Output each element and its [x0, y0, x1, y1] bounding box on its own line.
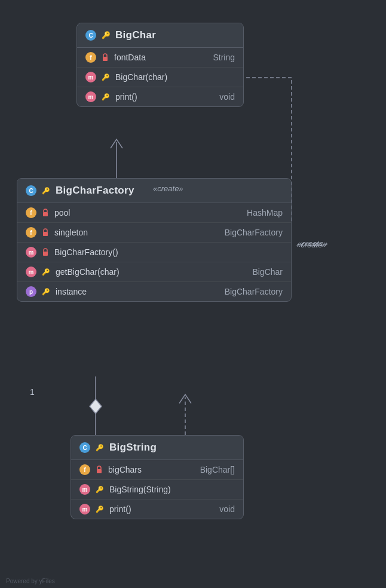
key-icon4: 🔑 — [41, 287, 51, 296]
field-icon: f — [79, 464, 90, 475]
bigchars-type: BigChar[] — [200, 465, 235, 474]
bigcharfactory-title: BigCharFactory — [56, 185, 134, 197]
bigchar-type-icon: C — [85, 30, 96, 41]
bigstring-row-constructor: m 🔑 BigString(String) — [71, 480, 243, 500]
lock-icon2 — [41, 228, 50, 237]
method-icon: m — [85, 72, 96, 82]
svg-rect-11 — [97, 469, 102, 473]
bigchar-row-fontdata: f fontData String — [77, 48, 243, 68]
method-icon: m — [85, 91, 96, 102]
constructor-name: BigChar(char) — [115, 72, 167, 82]
key-icon5: 🔑 — [95, 485, 105, 494]
bigchar-row-print: m 🔑 print() void — [77, 87, 243, 106]
factory-row-constructor: m BigCharFactory() — [17, 243, 291, 262]
singleton-name: singleton — [54, 228, 88, 237]
bigstring-header: C 🔑 BigString — [71, 436, 243, 460]
field-icon2: f — [26, 227, 36, 238]
bigstring-constructor-name: BigString(String) — [109, 485, 171, 494]
svg-rect-9 — [43, 232, 48, 236]
factory-row-getbigchar: m 🔑 getBigChar(char) BigChar — [17, 262, 291, 282]
factory-row-pool: f pool HashMap — [17, 203, 291, 223]
instance-type: BigCharFactory — [225, 287, 283, 296]
getbigchar-name: getBigChar(char) — [56, 267, 120, 277]
pool-type: HashMap — [247, 208, 283, 218]
lock-icon3 — [41, 248, 50, 256]
bigstring-row-bigchars: f bigChars BigChar[] — [71, 460, 243, 480]
bigstring-print-type: void — [219, 504, 235, 514]
property-icon: p — [26, 286, 36, 297]
bigstring-row-print: m 🔑 print() void — [71, 500, 243, 519]
method-icon: m — [26, 247, 36, 258]
bigchar-title: BigChar — [115, 29, 156, 41]
singleton-type: BigCharFactory — [225, 228, 283, 237]
key-icon: 🔑 — [101, 73, 111, 81]
bigstring-title: BigString — [109, 442, 157, 454]
create-label-1: «create» — [153, 184, 183, 193]
svg-rect-7 — [103, 57, 108, 61]
fontdata-name: fontData — [114, 53, 146, 62]
create-label-2: «create» — [296, 240, 327, 249]
bigchar-access-icon: 🔑 — [101, 31, 111, 39]
key-icon6: 🔑 — [95, 505, 105, 513]
bigchar-header: C 🔑 BigChar — [77, 23, 243, 48]
bigcharfactory-type-icon: C — [26, 185, 36, 196]
lock-icon — [101, 53, 109, 62]
factory-row-singleton: f singleton BigCharFactory — [17, 223, 291, 243]
key-icon3: 🔑 — [41, 268, 51, 276]
bigcharfactory-access-icon: 🔑 — [41, 186, 51, 195]
bigchars-name: bigChars — [108, 465, 142, 474]
print-type: void — [219, 92, 235, 102]
uml-diagram: «create» «create» 1 1 C 🔑 BigChar f font… — [0, 0, 386, 588]
field-icon: f — [85, 52, 96, 63]
getbigchar-type: BigChar — [252, 267, 283, 277]
method-icon2: m — [79, 504, 90, 514]
lock-icon4 — [95, 466, 103, 474]
bigstring-print-name: print() — [109, 504, 131, 514]
pool-name: pool — [54, 208, 70, 218]
svg-rect-10 — [43, 252, 48, 256]
bigchar-row-constructor: m 🔑 BigChar(char) — [77, 68, 243, 87]
factory-row-instance: p 🔑 instance BigCharFactory — [17, 282, 291, 301]
print-name: print() — [115, 92, 137, 102]
svg-rect-8 — [43, 212, 48, 216]
svg-marker-6 — [90, 399, 102, 414]
instance-name: instance — [56, 287, 87, 296]
method-icon: m — [79, 484, 90, 495]
bigcharfactory-class: C 🔑 BigCharFactory f pool HashMap f sing… — [17, 178, 292, 302]
key-icon2: 🔑 — [101, 93, 111, 101]
multiplicity-bottom-left: 1 — [30, 387, 35, 397]
watermark: Powered by yFiles — [6, 578, 55, 584]
bigstring-class: C 🔑 BigString f bigChars BigChar[] m 🔑 B… — [71, 435, 244, 519]
method-icon2: m — [26, 267, 36, 277]
bigchar-class: C 🔑 BigChar f fontData String m 🔑 BigCha… — [76, 23, 244, 107]
bigstring-type-icon: C — [79, 442, 90, 453]
bigstring-access-icon: 🔑 — [95, 443, 105, 452]
factory-constructor-name: BigCharFactory() — [54, 247, 118, 257]
fontdata-type: String — [213, 53, 235, 62]
field-icon: f — [26, 207, 36, 218]
lock-icon — [41, 209, 50, 217]
